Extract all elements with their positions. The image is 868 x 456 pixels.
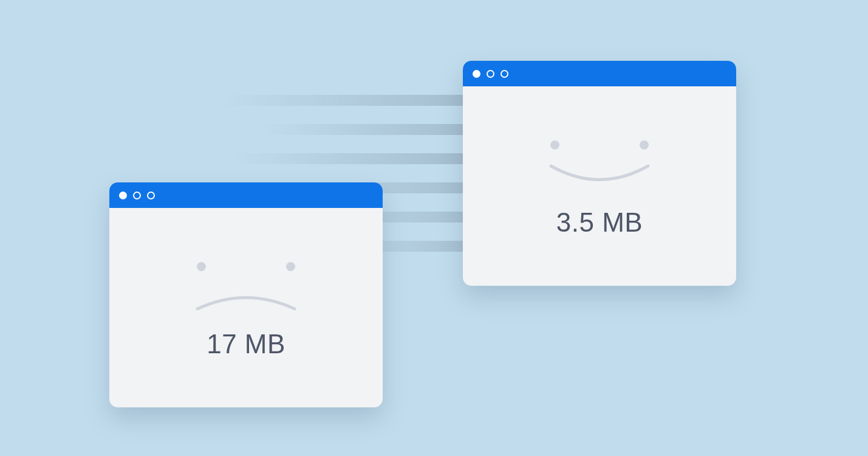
window-titlebar <box>109 182 383 208</box>
file-size-label: 17 MB <box>207 329 285 359</box>
window-dot-icon <box>487 70 494 78</box>
window-dot-icon <box>147 192 155 199</box>
window-content: 3.5 MB <box>463 86 736 286</box>
window-titlebar <box>463 61 736 86</box>
window-dot-icon <box>133 192 141 199</box>
window-dot-icon <box>473 70 480 78</box>
window-content: 17 MB <box>109 208 383 407</box>
window-dot-icon <box>501 70 508 78</box>
happy-face-icon <box>542 134 657 190</box>
browser-window-large: 17 MB <box>109 182 383 407</box>
file-size-label: 3.5 MB <box>556 207 643 238</box>
sad-face-icon <box>188 256 304 312</box>
window-dot-icon <box>119 192 127 199</box>
browser-window-small: 3.5 MB <box>463 61 736 286</box>
